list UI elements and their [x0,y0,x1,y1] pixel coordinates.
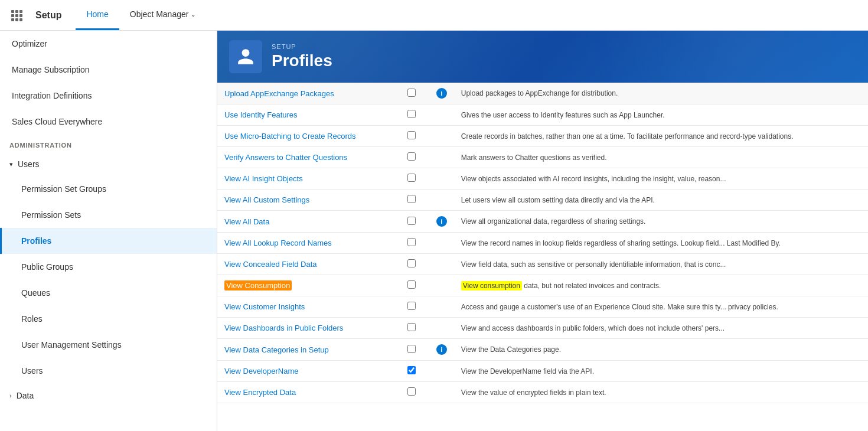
svg-rect-3 [11,14,14,17]
svg-rect-7 [15,18,18,21]
description-highlight: View consumption [461,281,522,290]
permission-checkbox[interactable] [407,323,416,331]
permission-checkbox[interactable] [407,110,416,118]
permission-info-cell [429,318,454,339]
permission-checkbox[interactable] [407,152,416,161]
permission-info-cell [429,382,454,403]
info-button[interactable]: i [436,216,447,227]
sidebar-item-optimizer[interactable]: Optimizer [0,31,217,57]
permission-checkbox-cell [394,254,429,275]
permission-description-cell: View the record names in lookup fields r… [454,233,868,254]
permission-info-cell [429,147,454,168]
info-button[interactable]: i [436,88,447,99]
top-nav: Setup Home Object Manager ⌄ [0,0,868,31]
permission-checkbox[interactable] [407,345,416,353]
permission-description-cell: View objects associated with AI record i… [454,168,868,190]
table-row: View AI Insight ObjectsView objects asso… [217,168,868,190]
permission-checkbox[interactable] [407,387,416,396]
permission-info-cell [429,296,454,318]
permission-checkbox[interactable] [407,217,416,225]
content-header: SETUP Profiles [217,31,868,83]
table-row: View Customer InsightsAccess and gauge a… [217,296,868,318]
table-row: View Data Categories in SetupiView the D… [217,339,868,361]
svg-rect-8 [19,18,22,21]
main-area: Optimizer Manage Subscription Integratio… [0,31,868,431]
tab-object-manager[interactable]: Object Manager ⌄ [119,0,207,30]
table-row: View Encrypted DataView the value of enc… [217,382,868,403]
tab-home[interactable]: Home [76,0,119,30]
permission-description-cell: View field data, such as sensitive or pe… [454,254,868,275]
permission-checkbox[interactable] [407,195,416,203]
permission-name-cell: View Dashboards in Public Folders [217,318,394,339]
permission-description-cell: Create records in batches, rather than o… [454,126,868,147]
permission-description-cell: View all organizational data, regardless… [454,211,868,233]
permission-checkbox-cell [394,105,429,126]
sidebar-item-permission-set-groups[interactable]: Permission Set Groups [0,176,217,202]
permission-info-cell: i [429,339,454,361]
permission-checkbox[interactable] [407,280,416,289]
permission-name-cell: Use Identity Features [217,105,394,126]
header-text-block: SETUP Profiles [272,43,332,70]
sidebar-item-manage-subscription[interactable]: Manage Subscription [0,57,217,83]
permission-description-cell: Let users view all custom setting data d… [454,190,868,211]
data-group-header[interactable]: › Data [0,384,217,407]
permission-checkbox-cell [394,126,429,147]
svg-rect-6 [11,18,14,21]
permission-description-cell: View consumption data, but not related i… [454,275,868,296]
sidebar-item-users[interactable]: Users [0,358,217,384]
permission-checkbox[interactable] [407,302,416,310]
sidebar-item-permission-sets[interactable]: Permission Sets [0,202,217,228]
permission-checkbox-cell [394,233,429,254]
sidebar-item-public-groups[interactable]: Public Groups [0,254,217,280]
table-row: View DeveloperNameView the DeveloperName… [217,361,868,382]
permission-description-cell: View and access dashboards in public fol… [454,318,868,339]
table-row: Use Identity FeaturesGives the user acce… [217,105,868,126]
app-title: Setup [35,10,61,21]
permission-checkbox[interactable] [407,366,416,374]
sidebar-item-roles[interactable]: Roles [0,306,217,332]
permission-name-cell: Verify Answers to Chatter Questions [217,147,394,168]
users-group-header[interactable]: ▾ Users [0,152,217,176]
permission-checkbox[interactable] [407,131,416,139]
nav-tabs: Home Object Manager ⌄ [76,0,206,30]
permission-name-cell: View All Data [217,211,394,233]
permission-name-cell: View Data Categories in Setup [217,339,394,361]
sidebar-item-user-management-settings[interactable]: User Management Settings [0,332,217,358]
sidebar-item-profiles[interactable]: Profiles [0,228,217,254]
table-row: Upload AppExchange PackagesiUpload packa… [217,83,868,105]
permission-name-cell: View Encrypted Data [217,382,394,403]
permission-description-cell: Upload packages to AppExchange for distr… [454,83,868,105]
permission-checkbox[interactable] [407,89,416,97]
permission-checkbox-cell [394,147,429,168]
permission-checkbox-cell [394,296,429,318]
table-row: Use Micro-Batching to Create RecordsCrea… [217,126,868,147]
permission-name-cell: View DeveloperName [217,361,394,382]
permission-checkbox[interactable] [407,259,416,267]
permission-checkbox[interactable] [407,174,416,182]
grid-icon[interactable] [7,6,26,25]
info-button[interactable]: i [436,344,447,355]
header-icon-box [229,40,262,73]
permission-name-highlight: View Consumption [224,280,292,290]
table-row: View ConsumptionView consumption data, b… [217,275,868,296]
permission-checkbox-cell [394,168,429,190]
svg-rect-4 [15,14,18,17]
permissions-table: Upload AppExchange PackagesiUpload packa… [217,83,868,403]
content-header-bg: SETUP Profiles [217,31,868,83]
sidebar: Optimizer Manage Subscription Integratio… [0,31,217,431]
permission-name-cell: View Concealed Field Data [217,254,394,275]
permission-name-cell: View Consumption [217,275,394,296]
permission-info-cell: i [429,83,454,105]
permission-info-cell [429,233,454,254]
sidebar-item-integration-definitions[interactable]: Integration Definitions [0,83,217,109]
permission-info-cell [429,190,454,211]
permission-checkbox[interactable] [407,238,416,246]
users-chevron-icon: ▾ [9,161,13,168]
table-row: View Dashboards in Public FoldersView an… [217,318,868,339]
permission-checkbox-cell [394,382,429,403]
permission-checkbox-cell [394,275,429,296]
sidebar-item-queues[interactable]: Queues [0,280,217,306]
table-row: View All Custom SettingsLet users view a… [217,190,868,211]
sidebar-item-sales-cloud-everywhere[interactable]: Sales Cloud Everywhere [0,109,217,135]
permission-description-cell: View the value of encrypted fields in pl… [454,382,868,403]
